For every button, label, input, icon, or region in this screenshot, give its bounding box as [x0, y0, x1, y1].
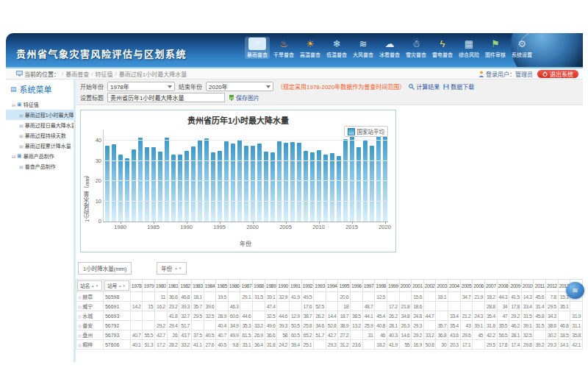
- value-cell: 29.6: [460, 330, 473, 340]
- nav-item-snow-disaster[interactable]: ☃雪灾普查: [404, 37, 429, 59]
- bar-1980: [118, 155, 123, 222]
- value-cell: 26.3: [399, 321, 412, 330]
- breadcrumb-item[interactable]: 特征值: [95, 70, 112, 78]
- nav-item-low-temp[interactable]: ❄低温普查: [324, 37, 349, 59]
- value-cell: 40.8: [375, 321, 387, 330]
- row-expand-icon[interactable]: ◎: [78, 295, 82, 300]
- sidebar-item[interactable]: ▤暴雨过程累计降水量: [6, 141, 74, 151]
- station-name: 盘州: [82, 333, 93, 338]
- calc-result-button[interactable]: 计算结果: [409, 82, 440, 91]
- value-cell: 25.1: [301, 340, 314, 350]
- year-column-header: 1981: [167, 280, 179, 292]
- tree-collapse-icon[interactable]: ⊟: [12, 102, 15, 107]
- value-cell: [130, 311, 143, 321]
- chart-title-input[interactable]: [107, 93, 225, 102]
- nav-item-lightning[interactable]: ϟ雷电普查: [430, 37, 455, 59]
- row-expand-icon[interactable]: ◎: [78, 324, 82, 328]
- table-header-row: 站名▲▼站号▲▼19781979198019811982198319841985…: [76, 280, 584, 292]
- menu-window-icon: ▤: [10, 85, 17, 93]
- folder-icon: ▣: [17, 102, 22, 107]
- bar-1984: [145, 147, 149, 222]
- sidebar-item-label: 暴雨过程日最大降水量: [25, 121, 74, 129]
- bar-2013: [337, 156, 341, 222]
- gridline: [104, 160, 388, 161]
- value-cell: 29.5: [484, 340, 497, 350]
- value-cell: 26: [167, 330, 179, 340]
- value-cell: [351, 302, 363, 311]
- document-icon: ▤: [19, 113, 24, 118]
- value-cell: [423, 292, 436, 302]
- station-id-cell: 56792: [103, 321, 130, 330]
- value-cell: 15: [143, 302, 155, 311]
- year-sort-box[interactable]: 年份 ▲▼: [157, 262, 187, 275]
- value-cell: 24.8: [412, 311, 424, 321]
- save-image-button[interactable]: 保存图片: [229, 93, 259, 102]
- start-year-label: 开始年份: [80, 82, 104, 91]
- data-download-button[interactable]: 数据下载: [443, 82, 474, 91]
- row-expand-icon[interactable]: ◎: [78, 343, 82, 347]
- nav-item-label: 大风普查: [351, 51, 376, 58]
- nav-item-map-review[interactable]: ⚑图件审核: [483, 37, 508, 59]
- breadcrumb-item[interactable]: 暴雨过程1小时最大降水量: [119, 70, 187, 78]
- row-expand-icon[interactable]: ◎: [78, 305, 82, 309]
- value-cell: 45.6: [534, 292, 546, 302]
- logout-button[interactable]: 退出系统: [537, 70, 578, 78]
- value-cell: 12.9: [289, 311, 301, 321]
- end-year-select[interactable]: 2020年: [206, 82, 273, 91]
- x-tick-label: 2005: [279, 224, 292, 230]
- value-cell: 45: [473, 330, 485, 340]
- year-column-header: 1992: [301, 280, 314, 292]
- breadcrumb-bar: 当前的位置： /暴雨普查/特征值/暴雨过程1小时最大降水量 登录用户：管理员 退…: [6, 68, 583, 79]
- station-name-sort-button[interactable]: 站名▲▼: [77, 280, 102, 291]
- floating-badge[interactable]: ≋: [566, 282, 584, 299]
- nav-item-drought[interactable]: ♨干旱普查: [271, 37, 296, 59]
- bar-2018: [370, 146, 374, 222]
- station-id-cell: 57606: [103, 340, 130, 350]
- nav-item-composite-risk[interactable]: ▦综合风险: [456, 37, 481, 59]
- sidebar-item[interactable]: ▤暴雨过程持续天数: [6, 130, 74, 141]
- bar-1988: [171, 155, 176, 222]
- breadcrumb-item[interactable]: 暴雨普查: [65, 70, 89, 78]
- station-id-sort-header: 站号▲▼: [103, 280, 130, 292]
- station-id-sort-button[interactable]: 站号▲▼: [104, 280, 129, 291]
- nav-item-settings[interactable]: ⚙系统设置: [509, 37, 534, 59]
- bar-1999: [244, 146, 248, 222]
- bar-1996: [224, 141, 229, 222]
- chart-legend[interactable]: 国家站平均: [344, 126, 389, 137]
- value-cell: 65.2: [301, 330, 314, 340]
- nav-item-rainstorm[interactable]: ☂暴雨普查: [245, 37, 270, 59]
- value-cell: 60.6: [228, 311, 240, 321]
- bar-1981: [125, 158, 129, 222]
- sidebar-group[interactable]: ⊟▣暴雨产品制作: [6, 151, 74, 161]
- settings-icon: ⚙: [513, 38, 531, 50]
- station-name-sort-label: 站名: [80, 282, 90, 289]
- value-cell: 23.2: [167, 302, 179, 311]
- sidebar-item[interactable]: ▤暴雨过程日最大降水量: [6, 120, 74, 130]
- y-axis-label: 1小时降水量（mm）: [83, 130, 91, 222]
- value-cell: 31.8: [484, 321, 497, 330]
- sidebar-group[interactable]: ⊟▣特征值: [6, 99, 74, 110]
- content-area: 开始年份 1978年 结束年份 2020年 （规定采用1978-2020年数据作…: [76, 79, 583, 362]
- tree-collapse-icon[interactable]: ⊟: [12, 154, 15, 159]
- x-tick-label: 2015: [345, 224, 358, 230]
- value-cell: 42.1: [570, 340, 583, 350]
- start-year-select[interactable]: 1978年: [107, 82, 175, 91]
- value-cell: 29.3: [326, 340, 338, 350]
- value-cell: 42.7: [155, 330, 168, 340]
- row-expand-icon[interactable]: ◎: [78, 314, 82, 319]
- value-cell: 11: [155, 292, 168, 302]
- year-column-header: 2008: [497, 280, 509, 292]
- nav-item-wind[interactable]: ≋大风普查: [351, 37, 376, 59]
- nav-item-label: 低温普查: [324, 51, 349, 58]
- sidebar-item[interactable]: ▤普查产品制作: [6, 161, 74, 171]
- y-tick-label: 0: [98, 218, 101, 224]
- nav-item-high-temp[interactable]: ☀高温普查: [298, 37, 323, 59]
- table-row: ◎普安5679229.229.451.740.434.935.333.249.6…: [76, 321, 584, 330]
- value-cell: 34.9: [228, 321, 240, 330]
- value-cell: [191, 321, 204, 330]
- sidebar-item[interactable]: ▤暴雨过程1小时最大降水量: [6, 110, 74, 120]
- row-expand-icon[interactable]: ◎: [78, 333, 82, 338]
- nav-item-hail[interactable]: ☁冰雹普查: [377, 37, 402, 59]
- value-cell: 40.7: [216, 330, 229, 340]
- calc-result-label: 计算结果: [416, 82, 440, 91]
